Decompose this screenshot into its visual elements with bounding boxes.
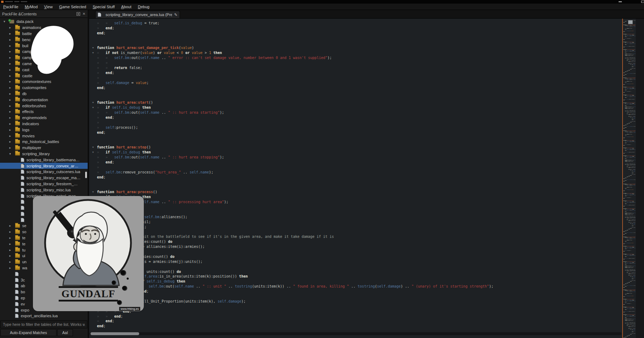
tree-item-scripting_library_cutscenes.lua[interactable]: scripting_library_cutscenes.lua	[0, 169, 88, 175]
case-sensitive-button[interactable]: AaI	[57, 329, 73, 336]
undock-icon[interactable]	[77, 12, 80, 16]
tree-item-scripting_library_battlemana[interactable]: scripting_library_battlemana…	[0, 157, 88, 163]
tree-item-label: logs	[22, 128, 29, 132]
tree-item-label: scripting_library	[22, 152, 50, 156]
menu-debug[interactable]: Debug	[135, 4, 152, 10]
file-tab[interactable]: scripting_library_convex_area.lua (Previ…	[95, 11, 180, 18]
window-title-text	[5, 1, 13, 2]
horizontal-scrollbar-thumb[interactable]	[91, 332, 139, 335]
expand-arrow-icon[interactable]: ▸	[9, 68, 15, 72]
horizontal-scrollbar[interactable]	[90, 332, 621, 335]
maximize-icon[interactable]	[641, 1, 644, 3]
expand-arrow-icon[interactable]: ▸	[9, 44, 15, 48]
fold-arrow-icon[interactable]: ▾	[89, 100, 97, 105]
menu-special-stuff[interactable]: Special Stuff	[89, 4, 118, 10]
tree-item-data.pack[interactable]: ▾data.pack	[0, 19, 88, 25]
minimize-icon[interactable]	[619, 1, 622, 2]
expand-arrow-icon[interactable]: ▸	[9, 32, 15, 35]
expand-arrow-icon[interactable]: ▸	[9, 116, 15, 119]
expand-arrow-icon[interactable]: ▸	[9, 98, 15, 102]
code-area[interactable]: » » self.is_debug = true;» end;end;▾func…	[89, 19, 622, 338]
expand-arrow-icon[interactable]: ▸	[9, 230, 15, 234]
tree-item-indicators[interactable]: ▸indicators	[0, 121, 88, 127]
expand-arrow-icon[interactable]: ▸	[9, 260, 15, 264]
expand-arrow-icon[interactable]: ▸	[9, 254, 15, 258]
tree-item-editorbrushes[interactable]: ▸editorbrushes	[0, 103, 88, 109]
fold-arrow-icon[interactable]: ▾	[89, 45, 97, 50]
code-line: » end;	[89, 319, 622, 324]
code-line: end;	[89, 175, 622, 180]
tree-item-scripting_library_escape_ma[interactable]: scripting_library_escape_ma…	[0, 175, 88, 181]
fold-arrow-icon[interactable]: ▾	[89, 150, 97, 155]
tree-item-effects[interactable]: ▸effects	[0, 109, 88, 115]
tree-item-export_ancillaries.lua[interactable]: export_ancillaries.lua	[0, 313, 88, 319]
indent-marker: »	[97, 26, 106, 30]
expand-arrow-icon[interactable]: ▸	[9, 26, 15, 29]
expand-arrow-icon[interactable]: ▸	[9, 242, 15, 246]
folder-icon	[15, 230, 20, 234]
expand-arrow-icon[interactable]: ▸	[9, 56, 15, 59]
expand-arrow-icon[interactable]: ▸	[9, 104, 15, 108]
tree-item-customsprites[interactable]: ▸customsprites	[0, 85, 88, 91]
tree-item-scripting_library_convex_ar[interactable]: scripting_library_convex_ar…	[0, 163, 88, 169]
menu-game-selected[interactable]: Game Selected	[56, 4, 89, 10]
fold-arrow-icon[interactable]: ▾	[89, 50, 97, 55]
expand-arrow-icon[interactable]: ▸	[9, 110, 15, 113]
tree-item-enginemodels[interactable]: ▸enginemodels	[0, 115, 88, 121]
edit-pencil-icon[interactable]: ✎	[174, 13, 177, 17]
filter-input[interactable]	[0, 320, 87, 328]
tree-item-commontextures[interactable]: ▸commontextures	[0, 79, 88, 85]
fold-arrow-icon[interactable]: ▾	[89, 190, 97, 195]
tree-item-scripting_library[interactable]: ▾scripting_library	[0, 151, 88, 157]
close-icon[interactable]: ✕	[83, 12, 86, 16]
menu-mymod[interactable]: MyMod	[21, 4, 41, 10]
tree-item-db[interactable]: ▸db	[0, 91, 88, 97]
auto-expand-button[interactable]: Auto-Expand Matches	[0, 329, 57, 336]
expand-arrow-icon[interactable]: ▸	[9, 140, 15, 143]
tree-item-scripting_library_firestorm_[interactable]: scripting_library_firestorm_…	[0, 181, 88, 187]
expand-arrow-icon[interactable]: ▸	[9, 92, 15, 95]
tree-scrollbar-thumb[interactable]	[85, 172, 87, 178]
tree-item-label: un	[22, 260, 26, 264]
fold-arrow-icon[interactable]: ▾	[89, 105, 97, 110]
expand-arrow-icon[interactable]: ▸	[9, 86, 15, 89]
menu-packfile[interactable]: PackFile	[0, 4, 21, 10]
menu-view[interactable]: View	[41, 4, 56, 10]
minimap-line: » self.damage = value;	[623, 243, 635, 243]
code-line: ▾» if not is_number(value) or value < 0 …	[89, 50, 622, 55]
tree-item-label: se	[22, 224, 26, 228]
gutter	[89, 110, 97, 115]
minimap-line: » self.bm:remove_process("hurt_area_" ..…	[623, 152, 635, 152]
expand-arrow-icon[interactable]: ▸	[9, 122, 15, 126]
indent-marker: »	[97, 126, 106, 129]
expand-arrow-icon[interactable]: ▸	[9, 236, 15, 240]
tree-item-mp_historical_battles[interactable]: ▸mp_historical_battles	[0, 139, 88, 145]
gundalf-title: GUNDALF	[59, 286, 118, 302]
gutter	[89, 80, 97, 85]
collapse-arrow-icon[interactable]: ▾	[9, 152, 15, 156]
scrollbar-track[interactable]	[636, 19, 644, 338]
tree-item-multiplayer[interactable]: ▸multiplayer	[0, 145, 88, 151]
tree-item-scripting_library_misc.lua[interactable]: scripting_library_misc.lua	[0, 187, 88, 193]
tree-item-movies[interactable]: ▸movies	[0, 133, 88, 139]
expand-arrow-icon[interactable]: ▸	[9, 248, 15, 252]
expand-arrow-icon[interactable]: ▸	[9, 38, 15, 41]
folder-icon	[15, 266, 20, 270]
minimap[interactable]: » » self.is_debug = true;» end;end;funct…	[623, 19, 635, 338]
expand-arrow-icon[interactable]: ▸	[9, 50, 15, 53]
expand-arrow-icon[interactable]: ▸	[9, 266, 15, 270]
expand-arrow-icon[interactable]: ▸	[9, 74, 15, 78]
tree-item-documentation[interactable]: ▸documentation	[0, 97, 88, 103]
code-line: » local alliance = nil;	[89, 220, 622, 225]
expand-arrow-icon[interactable]: ▸	[9, 128, 15, 132]
expand-arrow-icon[interactable]: ▸	[9, 146, 15, 150]
expand-arrow-icon[interactable]: ▸	[9, 134, 15, 138]
map-button[interactable]	[628, 20, 633, 24]
tree-item-logs[interactable]: ▸logs	[0, 127, 88, 133]
menu-about[interactable]: About	[118, 4, 135, 10]
expand-arrow-icon[interactable]: ▸	[9, 224, 15, 227]
expand-arrow-icon[interactable]: ▸	[9, 62, 15, 65]
expand-arrow-icon[interactable]: ▸	[9, 80, 15, 83]
fold-arrow-icon[interactable]: ▾	[89, 145, 97, 150]
tree-item-label: wa	[22, 266, 27, 270]
